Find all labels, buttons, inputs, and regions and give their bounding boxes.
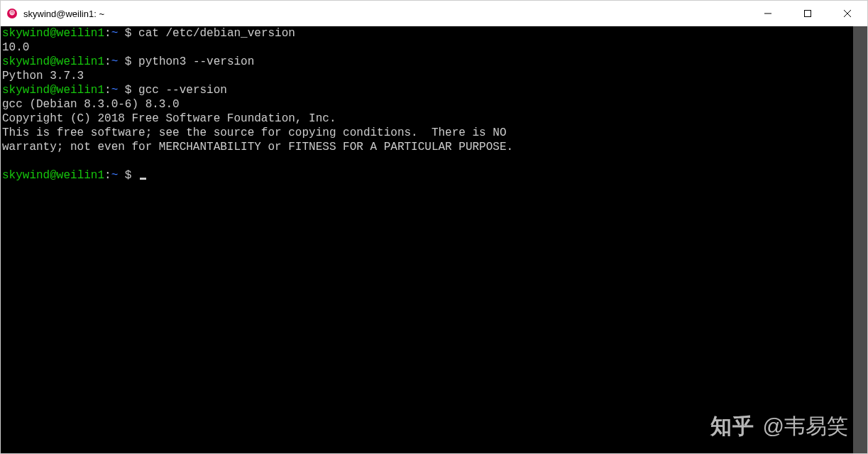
prompt-host: weilin1 [57, 55, 104, 68]
output-text: Copyright (C) 2018 Free Software Foundat… [2, 112, 336, 125]
output-text: This is free software; see the source fo… [2, 126, 507, 139]
debian-icon [6, 8, 18, 19]
prompt-at: @ [50, 169, 57, 182]
prompt-user: skywind [2, 55, 50, 68]
command-text: cat /etc/debian_version [138, 27, 295, 40]
output-text: warranty; not even for MERCHANTABILITY o… [2, 141, 513, 153]
prompt-sep: : [104, 55, 111, 68]
minimize-button[interactable] [748, 1, 788, 26]
terminal-line: This is free software; see the source fo… [2, 126, 852, 140]
terminal-line: skywind@weilin1:~ $ [2, 168, 852, 183]
prompt-symbol: $ [118, 84, 138, 97]
prompt-sep: : [104, 169, 111, 182]
terminal-line: skywind@weilin1:~ $ python3 --version [2, 55, 852, 69]
terminal-line: skywind@weilin1:~ $ cat /etc/debian_vers… [2, 26, 852, 40]
terminal-line: gcc (Debian 8.3.0-6) 8.3.0 [2, 97, 852, 112]
terminal-window: skywind@weilin1: ~ skywind@weilin1:~ $ c… [0, 0, 868, 454]
terminal-output[interactable]: skywind@weilin1:~ $ cat /etc/debian_vers… [1, 26, 853, 453]
output-text: gcc (Debian 8.3.0-6) 8.3.0 [2, 98, 180, 111]
output-text: 10.0 [2, 41, 29, 54]
maximize-button[interactable] [788, 1, 828, 26]
prompt-host: weilin1 [57, 169, 104, 182]
prompt-sep: : [104, 84, 111, 97]
terminal-line: warranty; not even for MERCHANTABILITY o… [2, 140, 852, 154]
svg-rect-2 [805, 11, 811, 17]
prompt-symbol: $ [118, 27, 138, 40]
terminal-line: skywind@weilin1:~ $ gcc --version [2, 83, 852, 97]
command-text: gcc --version [138, 84, 227, 97]
terminal-line: Python 3.7.3 [2, 69, 852, 83]
prompt-user: skywind [2, 27, 50, 40]
prompt-path: ~ [111, 27, 119, 40]
output-text: Python 3.7.3 [2, 70, 84, 82]
prompt-user: skywind [2, 169, 50, 182]
prompt-path: ~ [111, 55, 119, 68]
terminal-line: 10.0 [2, 40, 852, 55]
terminal-line: Copyright (C) 2018 Free Software Foundat… [2, 112, 852, 126]
scrollbar[interactable] [853, 26, 867, 453]
window-controls [748, 1, 867, 26]
window-title: skywind@weilin1: ~ [23, 9, 748, 19]
prompt-at: @ [50, 84, 57, 97]
output-text [2, 155, 9, 168]
prompt-symbol: $ [118, 169, 138, 182]
prompt-path: ~ [111, 84, 119, 97]
scrollbar-thumb[interactable] [853, 26, 867, 453]
prompt-host: weilin1 [57, 27, 104, 40]
prompt-user: skywind [2, 84, 50, 97]
terminal-container: skywind@weilin1:~ $ cat /etc/debian_vers… [1, 26, 867, 453]
prompt-at: @ [50, 55, 57, 68]
command-text: python3 --version [138, 55, 254, 68]
close-button[interactable] [828, 1, 867, 26]
titlebar[interactable]: skywind@weilin1: ~ [1, 1, 867, 26]
prompt-at: @ [50, 27, 57, 40]
prompt-host: weilin1 [57, 84, 104, 97]
cursor [140, 178, 146, 180]
prompt-symbol: $ [118, 55, 138, 68]
prompt-path: ~ [111, 169, 119, 182]
terminal-line [2, 154, 852, 168]
prompt-sep: : [104, 27, 111, 40]
